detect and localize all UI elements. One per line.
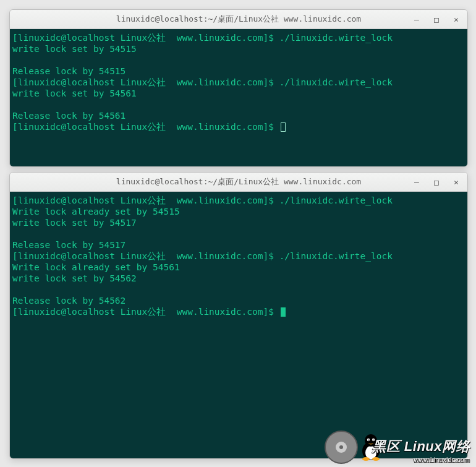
window-title: linuxidc@localhost:~/桌面/Linux公社 www.linu… [116,176,361,187]
cursor-icon [281,122,286,132]
minimize-button[interactable]: – [408,12,425,26]
window-controls: – □ × [408,10,465,28]
maximize-button[interactable]: □ [428,12,445,26]
window-controls: – □ × [408,173,465,191]
terminal-window-foreground: linuxidc@localhost:~/桌面/Linux公社 www.linu… [9,172,468,459]
maximize-button[interactable]: □ [428,175,445,189]
terminal-area[interactable]: [linuxidc@localhost Linux公社 www.linuxidc… [10,192,467,459]
terminal-window-background: linuxidc@localhost:~/桌面/Linux公社 www.linu… [9,9,468,167]
close-button[interactable]: × [448,12,465,26]
cursor-icon [281,307,286,317]
titlebar[interactable]: linuxidc@localhost:~/桌面/Linux公社 www.linu… [10,10,467,29]
titlebar[interactable]: linuxidc@localhost:~/桌面/Linux公社 www.linu… [10,173,467,192]
close-button[interactable]: × [448,175,465,189]
terminal-area[interactable]: [linuxidc@localhost Linux公社 www.linuxidc… [10,29,467,167]
minimize-button[interactable]: – [408,175,425,189]
window-title: linuxidc@localhost:~/桌面/Linux公社 www.linu… [116,14,361,25]
